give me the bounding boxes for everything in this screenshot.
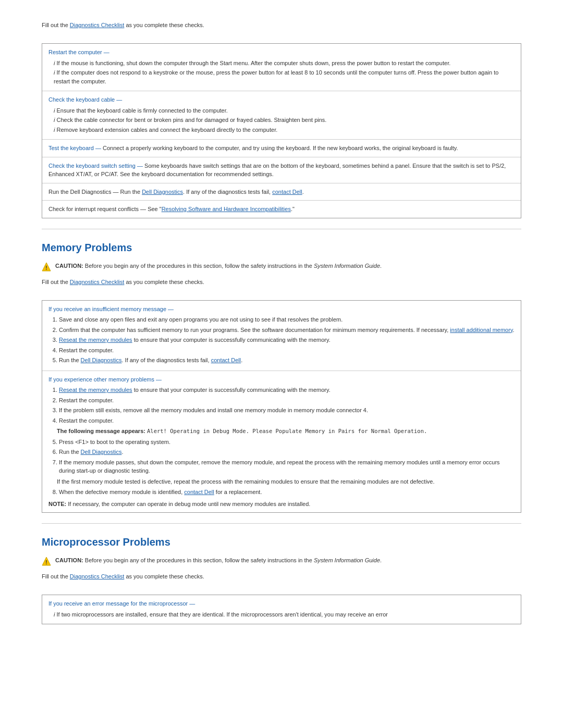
check-interrupt-label: Check for interrupt request conflicts — …: [48, 206, 162, 212]
diagnostics-checklist-link-2[interactable]: Diagnostics Checklist: [70, 279, 125, 285]
keyboard-intro: Fill out the Diagnostics Checklist as yo…: [42, 21, 521, 30]
other-memory-problems-row: If you experience other memory problems …: [42, 371, 521, 513]
memory-box: If you receive an insufficient memory me…: [42, 300, 521, 513]
contact-dell-link-1[interactable]: contact Dell: [272, 189, 302, 195]
microprocessor-problems-title: Microprocessor Problems: [42, 534, 521, 550]
restart-computer-row: Restart the computer — If the mouse is f…: [42, 44, 521, 91]
memory-note: NOTE: If necessary, the computer can ope…: [48, 500, 515, 509]
dell-diagnostics-link[interactable]: Dell Diagnostics: [142, 189, 183, 195]
reseat-memory-link-2[interactable]: Reseat the memory modules: [59, 387, 132, 393]
microprocessor-error-list: If two microprocessors are installed, en…: [48, 610, 515, 619]
list-item: Remove keyboard extension cables and con…: [54, 126, 515, 134]
list-item: Reseat the memory modules to ensure that…: [59, 336, 515, 344]
list-item: Confirm that the computer has sufficient…: [59, 326, 515, 335]
other-memory-list-continued: Press <F1> to boot to the operating syst…: [48, 438, 515, 475]
restart-computer-header: Restart the computer —: [48, 48, 515, 57]
resolving-incompatibilities-link[interactable]: Resolving Software and Hardware Incompat…: [162, 206, 291, 212]
insufficient-memory-row: If you receive an insufficient memory me…: [42, 301, 521, 371]
check-keyboard-cable-list: Ensure that the keyboard cable is firmly…: [48, 106, 515, 134]
alert-message-block: The following message appears: Alert! Op…: [48, 427, 515, 436]
restart-computer-list: If the mouse is functioning, shut down t…: [48, 59, 515, 86]
list-item: If the problem still exists, remove all …: [59, 406, 515, 415]
list-item: Run the Dell Diagnostics. If any of the …: [59, 356, 515, 365]
list-item: Run the Dell Diagnostics.: [59, 448, 515, 456]
list-item: Reseat the memory modules to ensure that…: [59, 386, 515, 394]
reseat-memory-link-1[interactable]: Reseat the memory modules: [59, 337, 132, 343]
list-item: Ensure that the keyboard cable is firmly…: [54, 106, 515, 115]
run-dell-diag-label: Run the Dell Diagnostics — Run the: [48, 189, 142, 195]
list-item: Check the cable connector for bent or br…: [54, 116, 515, 125]
svg-text:!: !: [45, 560, 47, 565]
other-memory-list: Reseat the memory modules to ensure that…: [48, 386, 515, 425]
list-item: If the memory module passes, shut down t…: [59, 458, 515, 475]
test-keyboard-text: Connect a properly working keyboard to t…: [103, 145, 458, 151]
list-item: Restart the computer.: [59, 346, 515, 355]
list-item: Press <F1> to boot to the operating syst…: [59, 438, 515, 447]
microprocessor-intro: Fill out the Diagnostics Checklist as yo…: [42, 572, 521, 581]
check-keyboard-cable-header: Check the keyboard cable —: [48, 95, 515, 104]
install-additional-memory-link[interactable]: install additional memory: [450, 327, 512, 333]
memory-intro: Fill out the Diagnostics Checklist as yo…: [42, 278, 521, 287]
caution-icon: !: [42, 262, 51, 272]
insufficient-memory-list: Save and close any open files and exit a…: [48, 315, 515, 365]
check-keyboard-switch-row: Check the keyboard switch setting — Some…: [42, 157, 521, 183]
dell-diagnostics-link-3[interactable]: Dell Diagnostics: [81, 449, 122, 455]
list-item: Restart the computer.: [59, 396, 515, 405]
microprocessor-box: If you receive an error message for the …: [42, 595, 521, 624]
list-item: When the defective memory module is iden…: [59, 488, 515, 497]
dell-diagnostics-link-2[interactable]: Dell Diagnostics: [81, 357, 122, 363]
run-dell-diagnostics-row: Run the Dell Diagnostics — Run the Dell …: [42, 183, 521, 201]
microprocessor-caution-text: CAUTION: Before you begin any of the pro…: [55, 556, 382, 565]
diagnostics-checklist-link-1[interactable]: Diagnostics Checklist: [70, 22, 125, 28]
diagnostics-checklist-link-3[interactable]: Diagnostics Checklist: [70, 573, 125, 579]
caution-icon-2: !: [42, 557, 51, 566]
list-item: Restart the computer.: [59, 416, 515, 425]
list-item: If the computer does not respond to a ke…: [54, 68, 515, 85]
svg-text:!: !: [45, 265, 47, 270]
check-keyboard-cable-row: Check the keyboard cable — Ensure that t…: [42, 91, 521, 140]
check-keyboard-switch-header: Check the keyboard switch setting —: [48, 163, 143, 169]
memory-caution-block: ! CAUTION: Before you begin any of the p…: [42, 262, 521, 272]
other-memory-list-final: When the defective memory module is iden…: [48, 488, 515, 497]
first-defective-note: If the first memory module tested is def…: [48, 477, 515, 486]
keyboard-box: Restart the computer — If the mouse is f…: [42, 43, 521, 218]
list-item: Save and close any open files and exit a…: [59, 315, 515, 324]
contact-dell-link-3[interactable]: contact Dell: [184, 489, 214, 495]
test-keyboard-header: Test the keyboard —: [48, 145, 101, 151]
list-item: If the mouse is functioning, shut down t…: [54, 59, 515, 68]
insufficient-memory-header: If you receive an insufficient memory me…: [48, 305, 515, 314]
contact-dell-link-2[interactable]: contact Dell: [211, 357, 241, 363]
check-interrupt-row: Check for interrupt request conflicts — …: [42, 201, 521, 218]
memory-problems-title: Memory Problems: [42, 240, 521, 255]
alert-label: The following message appears: Alert! Op…: [57, 428, 427, 434]
microprocessor-caution-block: ! CAUTION: Before you begin any of the p…: [42, 556, 521, 566]
divider-1: [42, 229, 521, 229]
list-item: If two microprocessors are installed, en…: [54, 610, 515, 619]
memory-caution-text: CAUTION: Before you begin any of the pro…: [55, 262, 382, 270]
other-memory-problems-header: If you experience other memory problems …: [48, 375, 515, 384]
microprocessor-error-header: If you receive an error message for the …: [48, 599, 515, 608]
microprocessor-error-row: If you receive an error message for the …: [42, 595, 521, 624]
test-keyboard-row: Test the keyboard — Connect a properly w…: [42, 140, 521, 157]
divider-2: [42, 523, 521, 524]
